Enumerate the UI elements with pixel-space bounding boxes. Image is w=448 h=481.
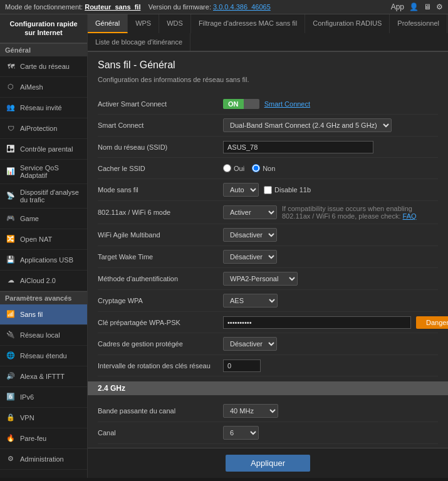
- crypto-row: Cryptage WPA AES TKIP AES+TKIP: [98, 290, 438, 312]
- crypto-label: Cryptage WPA: [98, 297, 223, 304]
- wireless-mode-select[interactable]: Auto: [223, 183, 259, 197]
- hide-ssid-oui-label[interactable]: Oui: [223, 164, 244, 172]
- sidebar-item-open-nat[interactable]: 🔀 Open NAT: [0, 229, 87, 250]
- hide-ssid-non-label[interactable]: Non: [252, 164, 275, 172]
- wifi6-select[interactable]: Activer Désactiver: [223, 205, 277, 219]
- sidebar-item-administration[interactable]: ⚙ Administration: [0, 449, 87, 470]
- tab-wps[interactable]: WPS: [128, 14, 159, 33]
- psk-control: Danger: [223, 316, 448, 329]
- sidebar-label: Service QoS Adaptatif: [20, 164, 82, 179]
- agile-select[interactable]: Désactiver Activer: [223, 228, 277, 242]
- sidebar-item-pare-feu[interactable]: 🔥 Pare-feu: [0, 428, 87, 449]
- wireless-mode-control: Auto Disable 11b: [223, 183, 438, 197]
- sidebar-item-apps-usb[interactable]: 💾 Applications USB: [0, 250, 87, 271]
- user-icon[interactable]: 👤: [409, 3, 419, 11]
- wake-time-control: Désactiver Activer: [223, 250, 438, 264]
- hide-ssid-non-radio[interactable]: [252, 164, 260, 172]
- qos-icon: 📊: [5, 166, 16, 177]
- sidebar-item-aicloud[interactable]: ☁ AiCloud 2.0: [0, 271, 87, 291]
- hide-ssid-oui-radio[interactable]: [223, 164, 231, 172]
- ssid-input[interactable]: [223, 141, 373, 153]
- sidebar-label: Administration: [20, 455, 64, 463]
- aimesh-icon: ⬡: [5, 81, 16, 93]
- channel-24-select[interactable]: 6 Auto 1 2 3 4 5 7 11: [223, 426, 259, 440]
- sidebar-logo[interactable]: Configuration rapide sur Internet: [0, 14, 87, 43]
- key-rotation-row: Intervalle de rotation des clés réseau: [98, 355, 438, 376]
- alexa-icon: 🔊: [5, 371, 16, 382]
- agile-control: Désactiver Activer: [223, 228, 438, 242]
- psk-input[interactable]: [223, 316, 411, 329]
- vpn-icon: 🔒: [5, 412, 16, 423]
- tab-config-radius[interactable]: Configuration RADIUS: [305, 14, 390, 33]
- key-rotation-control: [223, 359, 438, 372]
- crypto-select[interactable]: AES TKIP AES+TKIP: [223, 294, 278, 308]
- psk-label: Clé prépartagée WPA-PSK: [98, 319, 223, 326]
- cloud-icon: ☁: [5, 275, 16, 286]
- sidebar-item-carte-reseau[interactable]: 🗺 Carte du réseau: [0, 56, 87, 77]
- key-rotation-input[interactable]: [223, 359, 261, 372]
- sidebar-label: Applications USB: [20, 256, 73, 264]
- sidebar-item-game[interactable]: 🎮 Game: [0, 209, 87, 229]
- auth-select[interactable]: WPA2-Personal WPA2-Enterprise Open WPA-P…: [223, 272, 298, 286]
- mgmt-frames-row: Cadres de gestion protégée Désactiver Ac…: [98, 333, 438, 355]
- advanced-section-title: Paramètres avancés: [0, 291, 87, 304]
- sidebar-label: AiCloud 2.0: [20, 277, 56, 284]
- header-icons: App 👤 🖥 ⚙: [391, 3, 443, 11]
- danger-button[interactable]: Danger: [416, 316, 448, 329]
- smart-connect-mode-row: Smart Connect Dual-Band Smart Connect (2…: [98, 115, 438, 137]
- sidebar-item-alexa[interactable]: 🔊 Alexa & IFTTT: [0, 366, 87, 387]
- wifi6-control: Activer Désactiver If compatibility issu…: [223, 205, 438, 220]
- disable-11b-checkbox[interactable]: [264, 186, 272, 194]
- monitor-icon[interactable]: 🖥: [424, 3, 431, 11]
- apply-button[interactable]: Appliquer: [226, 455, 310, 472]
- sidebar-item-reseau-local[interactable]: 🔌 Réseau local: [0, 325, 87, 346]
- sidebar-item-sans-fil[interactable]: 📶 Sans fil: [0, 304, 87, 325]
- wifi6-faq-link[interactable]: FAQ: [403, 212, 417, 220]
- sidebar-item-aiprotection[interactable]: 🛡 AiProtection: [0, 118, 87, 139]
- channel-24-label: Canal: [98, 429, 223, 437]
- analyze-icon: 📡: [5, 190, 16, 202]
- sidebar-item-aimesh[interactable]: ⬡ AiMesh: [0, 77, 87, 98]
- sidebar-label: Dispositif d'analyse du trafic: [20, 189, 82, 204]
- top-header: Mode de fonctionnement: Routeur_sans_fil…: [0, 0, 448, 14]
- content-area: Sans fil - Général Configuration des inf…: [88, 52, 448, 478]
- page-subtitle: Configuration des informations de réseau…: [98, 76, 438, 83]
- bw-24-select[interactable]: 40 MHz 20 MHz 20/40 MHz: [223, 404, 278, 418]
- sidebar-item-qos[interactable]: 📊 Service QoS Adaptatif: [0, 160, 87, 184]
- tab-wds[interactable]: WDS: [159, 14, 191, 33]
- sidebar-item-controle-parental[interactable]: 👨‍👧 Contrôle parental: [0, 139, 87, 160]
- mgmt-frames-select[interactable]: Désactiver Activer: [223, 337, 277, 351]
- tab-filtrage-mac[interactable]: Filtrage d'adresses MAC sans fil: [191, 14, 305, 33]
- tab-general[interactable]: Général: [88, 14, 128, 33]
- sidebar-item-reseau-etendu[interactable]: 🌐 Réseau étendu: [0, 346, 87, 366]
- sidebar-item-analyse[interactable]: 📡 Dispositif d'analyse du trafic: [0, 184, 87, 209]
- smart-connect-mode-select[interactable]: Dual-Band Smart Connect (2.4 GHz and 5 G…: [223, 118, 392, 132]
- crypto-control: AES TKIP AES+TKIP: [223, 294, 438, 308]
- logo-line2: sur Internet: [5, 28, 82, 37]
- game-icon: 🎮: [5, 213, 16, 224]
- channel-24-row: Canal 6 Auto 1 2 3 4 5 7 11: [98, 422, 438, 444]
- hide-ssid-label: Cacher le SSID: [98, 165, 223, 172]
- toggle-on: ON: [223, 99, 244, 109]
- ipv6-icon: 6️⃣: [5, 391, 16, 403]
- smart-connect-label: Activer Smart Connect: [98, 100, 223, 108]
- mgmt-frames-label: Cadres de gestion protégée: [98, 340, 223, 348]
- tab-blocage[interactable]: Liste de blocage d'itinérance: [88, 33, 190, 51]
- usb-icon: 💾: [5, 254, 16, 266]
- wake-time-select[interactable]: Désactiver Activer: [223, 250, 277, 264]
- toggle-off: [244, 99, 259, 109]
- local-network-icon: 🔌: [5, 329, 16, 341]
- wireless-mode-label: Mode sans fil: [98, 186, 223, 194]
- sidebar-item-reseau-invite[interactable]: 👥 Réseau invité: [0, 98, 87, 118]
- sidebar-item-vpn[interactable]: 🔒 VPN: [0, 408, 87, 428]
- settings-icon[interactable]: ⚙: [436, 3, 443, 11]
- smart-connect-toggle[interactable]: ON: [223, 99, 259, 109]
- auth-label: Méthode d'authentification: [98, 275, 223, 282]
- smart-connect-link[interactable]: Smart Connect: [264, 100, 310, 108]
- bw-24-label: Bande passante du canal: [98, 407, 223, 415]
- ssid-control: [223, 141, 438, 153]
- sidebar-label: Game: [20, 215, 39, 222]
- sidebar-item-ipv6[interactable]: 6️⃣ IPv6: [0, 387, 87, 408]
- disable-11b-label[interactable]: Disable 11b: [264, 186, 311, 194]
- tab-professionnel[interactable]: Professionnel: [390, 14, 447, 33]
